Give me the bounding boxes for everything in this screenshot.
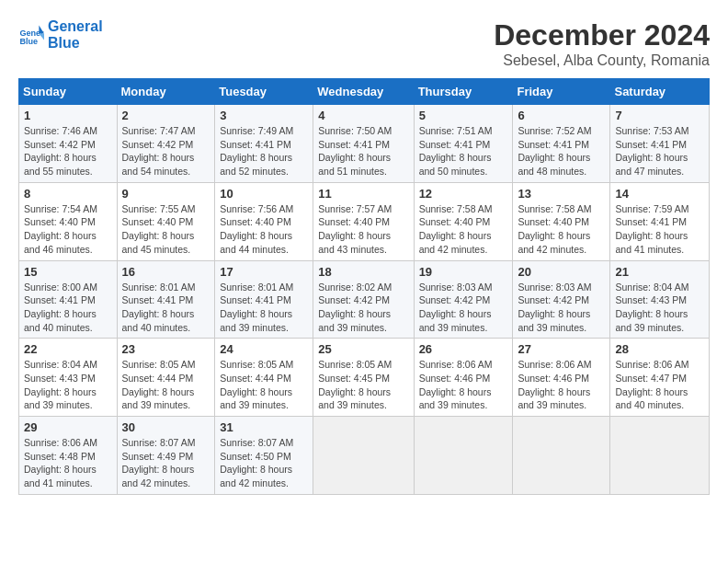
calendar-cell: 19 Sunrise: 8:03 AMSunset: 4:42 PMDaylig… (414, 260, 513, 339)
day-header-tuesday: Tuesday (215, 79, 313, 105)
day-info: Sunrise: 7:46 AMSunset: 4:42 PMDaylight:… (24, 125, 97, 177)
day-info: Sunrise: 8:07 AMSunset: 4:50 PMDaylight:… (220, 437, 293, 488)
calendar-cell: 10 Sunrise: 7:56 AMSunset: 4:40 PMDaylig… (215, 182, 313, 260)
day-number: 18 (318, 265, 408, 279)
day-info: Sunrise: 8:05 AMSunset: 4:44 PMDaylight:… (122, 359, 196, 410)
day-info: Sunrise: 8:06 AMSunset: 4:46 PMDaylight:… (518, 359, 591, 410)
page-title: December 2024 (494, 18, 710, 52)
day-number: 1 (24, 109, 112, 122)
day-info: Sunrise: 7:58 AMSunset: 4:40 PMDaylight:… (518, 203, 591, 255)
day-number: 10 (220, 187, 308, 201)
day-number: 17 (220, 265, 308, 279)
calendar-cell: 17 Sunrise: 8:01 AMSunset: 4:41 PMDaylig… (215, 260, 313, 339)
calendar-header-row: SundayMondayTuesdayWednesdayThursdayFrid… (19, 79, 710, 105)
day-number: 6 (518, 109, 605, 122)
calendar-cell: 12 Sunrise: 7:58 AMSunset: 4:40 PMDaylig… (414, 182, 513, 260)
calendar-week-3: 15 Sunrise: 8:00 AMSunset: 4:41 PMDaylig… (19, 260, 710, 339)
day-number: 21 (615, 265, 704, 279)
day-number: 2 (122, 109, 210, 122)
day-info: Sunrise: 8:04 AMSunset: 4:43 PMDaylight:… (24, 359, 97, 410)
day-header-sunday: Sunday (19, 79, 118, 105)
calendar-cell: 9 Sunrise: 7:55 AMSunset: 4:40 PMDayligh… (117, 182, 215, 260)
calendar-cell: 6 Sunrise: 7:52 AMSunset: 4:41 PMDayligh… (513, 105, 610, 183)
day-header-monday: Monday (117, 79, 215, 105)
day-info: Sunrise: 7:57 AMSunset: 4:40 PMDaylight:… (318, 203, 392, 255)
calendar-cell: 30 Sunrise: 8:07 AMSunset: 4:49 PMDaylig… (117, 417, 215, 495)
day-info: Sunrise: 7:56 AMSunset: 4:40 PMDaylight:… (220, 203, 293, 255)
calendar-cell: 4 Sunrise: 7:50 AMSunset: 4:41 PMDayligh… (313, 105, 414, 183)
calendar-week-4: 22 Sunrise: 8:04 AMSunset: 4:43 PMDaylig… (19, 339, 710, 417)
day-info: Sunrise: 8:05 AMSunset: 4:44 PMDaylight:… (220, 359, 293, 410)
day-info: Sunrise: 8:06 AMSunset: 4:48 PMDaylight:… (24, 437, 97, 488)
page-header: General Blue General Blue December 2024 … (18, 18, 710, 69)
calendar-cell: 14 Sunrise: 7:59 AMSunset: 4:41 PMDaylig… (610, 182, 710, 260)
calendar-cell: 18 Sunrise: 8:02 AMSunset: 4:42 PMDaylig… (313, 260, 414, 339)
calendar-cell: 15 Sunrise: 8:00 AMSunset: 4:41 PMDaylig… (19, 260, 118, 339)
calendar-cell: 28 Sunrise: 8:06 AMSunset: 4:47 PMDaylig… (610, 339, 710, 417)
day-number: 11 (318, 187, 408, 201)
day-number: 29 (24, 420, 112, 434)
day-number: 7 (615, 109, 704, 122)
logo-text-general: General (48, 18, 103, 35)
day-info: Sunrise: 8:06 AMSunset: 4:46 PMDaylight:… (419, 359, 493, 410)
day-info: Sunrise: 8:06 AMSunset: 4:47 PMDaylight:… (615, 359, 688, 410)
day-number: 23 (122, 342, 210, 356)
calendar-cell: 11 Sunrise: 7:57 AMSunset: 4:40 PMDaylig… (313, 182, 414, 260)
day-info: Sunrise: 7:54 AMSunset: 4:40 PMDaylight:… (24, 203, 97, 255)
day-header-wednesday: Wednesday (313, 79, 414, 105)
day-info: Sunrise: 7:47 AMSunset: 4:42 PMDaylight:… (122, 125, 196, 177)
calendar-cell: 1 Sunrise: 7:46 AMSunset: 4:42 PMDayligh… (19, 105, 118, 183)
day-info: Sunrise: 8:00 AMSunset: 4:41 PMDaylight:… (24, 282, 97, 333)
calendar-cell: 26 Sunrise: 8:06 AMSunset: 4:46 PMDaylig… (414, 339, 513, 417)
calendar-cell: 7 Sunrise: 7:53 AMSunset: 4:41 PMDayligh… (610, 105, 710, 183)
day-number: 31 (220, 420, 308, 434)
day-number: 26 (419, 342, 508, 356)
logo: General Blue General Blue (18, 18, 103, 51)
day-info: Sunrise: 8:05 AMSunset: 4:45 PMDaylight:… (318, 359, 392, 410)
day-number: 5 (419, 109, 508, 122)
calendar-cell (313, 417, 414, 495)
calendar-cell: 27 Sunrise: 8:06 AMSunset: 4:46 PMDaylig… (513, 339, 610, 417)
day-info: Sunrise: 7:59 AMSunset: 4:41 PMDaylight:… (615, 203, 688, 255)
calendar-cell: 22 Sunrise: 8:04 AMSunset: 4:43 PMDaylig… (19, 339, 118, 417)
day-number: 9 (122, 187, 210, 201)
day-number: 22 (24, 342, 112, 356)
day-info: Sunrise: 8:02 AMSunset: 4:42 PMDaylight:… (318, 282, 392, 333)
logo-text-blue: Blue (48, 35, 103, 52)
day-number: 28 (615, 342, 704, 356)
day-info: Sunrise: 7:51 AMSunset: 4:41 PMDaylight:… (419, 125, 493, 177)
calendar-cell: 5 Sunrise: 7:51 AMSunset: 4:41 PMDayligh… (414, 105, 513, 183)
day-info: Sunrise: 8:04 AMSunset: 4:43 PMDaylight:… (615, 282, 688, 333)
day-info: Sunrise: 8:01 AMSunset: 4:41 PMDaylight:… (122, 282, 196, 333)
page-subtitle: Sebesel, Alba County, Romania (494, 52, 710, 69)
calendar-week-1: 1 Sunrise: 7:46 AMSunset: 4:42 PMDayligh… (19, 105, 710, 183)
calendar-cell: 21 Sunrise: 8:04 AMSunset: 4:43 PMDaylig… (610, 260, 710, 339)
calendar-cell: 29 Sunrise: 8:06 AMSunset: 4:48 PMDaylig… (19, 417, 118, 495)
day-info: Sunrise: 8:03 AMSunset: 4:42 PMDaylight:… (518, 282, 591, 333)
svg-text:Blue: Blue (19, 36, 38, 45)
day-info: Sunrise: 7:53 AMSunset: 4:41 PMDaylight:… (615, 125, 688, 177)
calendar-cell: 16 Sunrise: 8:01 AMSunset: 4:41 PMDaylig… (117, 260, 215, 339)
day-info: Sunrise: 7:49 AMSunset: 4:41 PMDaylight:… (220, 125, 293, 177)
day-header-thursday: Thursday (414, 79, 513, 105)
title-block: December 2024 Sebesel, Alba County, Roma… (494, 18, 710, 69)
day-number: 3 (220, 109, 308, 122)
day-number: 19 (419, 265, 508, 279)
calendar-cell (610, 417, 710, 495)
day-header-friday: Friday (513, 79, 610, 105)
day-number: 13 (518, 187, 605, 201)
day-info: Sunrise: 8:03 AMSunset: 4:42 PMDaylight:… (419, 282, 493, 333)
day-number: 24 (220, 342, 308, 356)
day-number: 14 (615, 187, 704, 201)
day-info: Sunrise: 7:52 AMSunset: 4:41 PMDaylight:… (518, 125, 591, 177)
calendar-cell: 3 Sunrise: 7:49 AMSunset: 4:41 PMDayligh… (215, 105, 313, 183)
calendar-cell: 20 Sunrise: 8:03 AMSunset: 4:42 PMDaylig… (513, 260, 610, 339)
calendar-cell: 2 Sunrise: 7:47 AMSunset: 4:42 PMDayligh… (117, 105, 215, 183)
day-number: 27 (518, 342, 605, 356)
calendar-cell (414, 417, 513, 495)
day-info: Sunrise: 8:07 AMSunset: 4:49 PMDaylight:… (122, 437, 196, 488)
day-info: Sunrise: 8:01 AMSunset: 4:41 PMDaylight:… (220, 282, 293, 333)
logo-icon: General Blue (18, 22, 44, 48)
day-number: 8 (24, 187, 112, 201)
calendar-cell: 24 Sunrise: 8:05 AMSunset: 4:44 PMDaylig… (215, 339, 313, 417)
